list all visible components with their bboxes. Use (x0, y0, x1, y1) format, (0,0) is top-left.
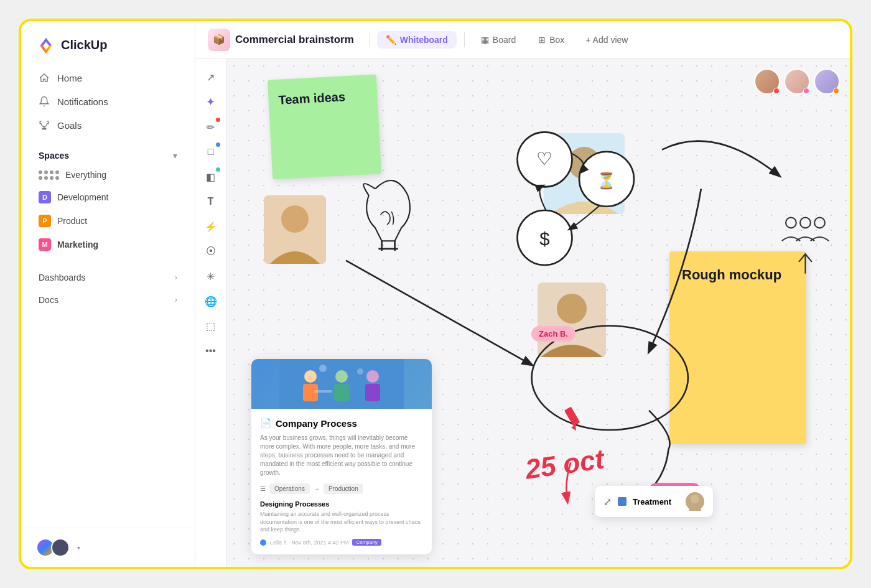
tool-note[interactable]: ◧ (200, 166, 222, 188)
project-icon-box: 📦 (208, 29, 230, 51)
doc-footer: Leila T. Nov 8th, 2021 4:42 PM Company (260, 539, 423, 546)
collaborator-avatars (754, 68, 840, 95)
notifications-label: Notifications (57, 96, 108, 107)
svg-point-20 (800, 218, 811, 228)
rect-dot (216, 142, 220, 147)
project-icon: 📦 (213, 34, 225, 45)
nav-goals[interactable]: Goals (31, 113, 185, 137)
doc-card-body: 📄 Company Process As your business grows… (251, 409, 432, 554)
tool-lightning[interactable]: ⚡ (200, 215, 222, 238)
pen-dot (216, 118, 220, 122)
tool-cursor[interactable]: ↗ (200, 66, 222, 88)
tool-sparkle[interactable]: ✳ (200, 265, 222, 287)
project-title: Commercial brainstorm (235, 34, 354, 46)
user-avatars (36, 538, 70, 557)
collaborator-1 (754, 68, 780, 95)
space-product[interactable]: P Product (31, 209, 185, 233)
svg-rect-36 (314, 390, 332, 393)
tool-share[interactable]: ⦿ (200, 240, 222, 263)
move-icon: ⤢ (603, 496, 612, 508)
tool-palette[interactable]: ✦ (200, 91, 222, 113)
whiteboard-canvas[interactable]: Team ideas Rough mockup (226, 58, 850, 567)
zach-label: Zach B. (539, 329, 568, 338)
spaces-section: Spaces ▾ Everything D Development P Prod… (21, 137, 195, 261)
author-dot (260, 539, 266, 546)
svg-point-34 (319, 365, 327, 372)
sidebar: ClickUp Home Notifications (21, 21, 195, 567)
note-dot (216, 167, 220, 172)
svg-point-30 (335, 370, 348, 383)
nav-home[interactable]: Home (31, 66, 185, 90)
tool-image[interactable]: ⬚ (200, 315, 222, 337)
home-label: Home (57, 73, 82, 83)
svg-point-8 (557, 294, 587, 324)
tool-globe[interactable]: 🌐 (200, 290, 222, 312)
docs-item[interactable]: Docs › (31, 289, 185, 311)
board-tab-label: Board (493, 35, 516, 45)
dashboards-item[interactable]: Dashboards › (31, 266, 185, 289)
doc-description: As your business grows, things will inev… (260, 434, 423, 477)
date-annotation: 25 oct (523, 443, 606, 485)
app-frame: ClickUp Home Notifications (19, 19, 852, 569)
tool-more[interactable]: ••• (200, 340, 222, 362)
person-photo-2 (544, 133, 625, 214)
zach-badge: Zach B. (531, 326, 575, 342)
add-view-label: + Add view (585, 35, 628, 45)
tab-board[interactable]: ▦ Board (472, 31, 524, 49)
spaces-header[interactable]: Spaces ▾ (31, 147, 185, 164)
treatment-label: Treatment (633, 497, 679, 506)
flow-from: Operations (269, 483, 310, 494)
product-badge: P (39, 215, 51, 227)
doc-icon: 📄 (260, 418, 272, 429)
product-label: Product (57, 216, 87, 226)
sticky-note-green[interactable]: Team ideas (268, 75, 381, 180)
user-menu-chevron[interactable]: ▾ (77, 544, 80, 551)
space-everything[interactable]: Everything (31, 164, 185, 185)
add-view-button[interactable]: + Add view (578, 31, 635, 49)
collaborator-3 (814, 68, 840, 95)
space-marketing[interactable]: M Marketing (31, 233, 185, 256)
tool-text[interactable]: T (200, 190, 222, 213)
tool-pen[interactable]: ✏ (200, 116, 222, 138)
date-text-value: 25 oct (523, 443, 606, 484)
tab-box[interactable]: ⊞ Box (529, 31, 573, 49)
board-tab-icon: ▦ (481, 35, 489, 45)
svg-marker-24 (571, 425, 578, 432)
treatment-color-block (618, 497, 626, 506)
avatar-2-status (803, 88, 809, 94)
whiteboard-tab-label: Whiteboard (400, 35, 448, 45)
tab-whiteboard[interactable]: ✏️ Whiteboard (377, 31, 457, 49)
svg-rect-23 (564, 406, 580, 426)
dashboards-label: Dashboards (39, 273, 86, 282)
svg-point-35 (357, 368, 363, 375)
grid-icon (39, 170, 59, 180)
logo-area[interactable]: ClickUp (21, 21, 195, 66)
marketing-label: Marketing (57, 240, 98, 250)
person-photo-3 (538, 282, 606, 357)
chevron-down-icon: ▾ (173, 151, 177, 161)
box-tab-icon: ⊞ (538, 35, 546, 45)
left-toolbar: ↗ ✦ ✏ □ ◧ T (195, 58, 226, 567)
nav-notifications[interactable]: Notifications (31, 90, 185, 113)
docs-label: Docs (39, 295, 58, 305)
svg-point-32 (366, 370, 379, 383)
dashboards-chevron: › (175, 273, 177, 282)
space-development[interactable]: D Development (31, 185, 185, 209)
company-process-card[interactable]: 📄 Company Process As your business grows… (251, 359, 432, 554)
flow-to: Production (324, 483, 363, 494)
svg-point-16 (517, 210, 572, 265)
spaces-title: Spaces (39, 151, 69, 161)
user-avatar-2 (51, 538, 70, 557)
svg-marker-0 (40, 38, 52, 46)
doc-date: Nov 8th, 2021 4:42 PM (291, 539, 348, 546)
doc-title-text: Company Process (276, 418, 357, 429)
sticky-green-text: Team ideas (278, 90, 345, 107)
svg-point-25 (689, 505, 701, 511)
treatment-card[interactable]: ⤢ Treatment (595, 486, 713, 517)
flow-list-icon: ☰ (260, 485, 266, 492)
sticky-note-yellow[interactable]: Rough mockup (669, 251, 806, 444)
doc-title: 📄 Company Process (260, 418, 423, 429)
flow-arrow-icon: → (314, 485, 320, 492)
tool-rectangle[interactable]: □ (200, 141, 222, 163)
development-badge: D (39, 191, 51, 203)
